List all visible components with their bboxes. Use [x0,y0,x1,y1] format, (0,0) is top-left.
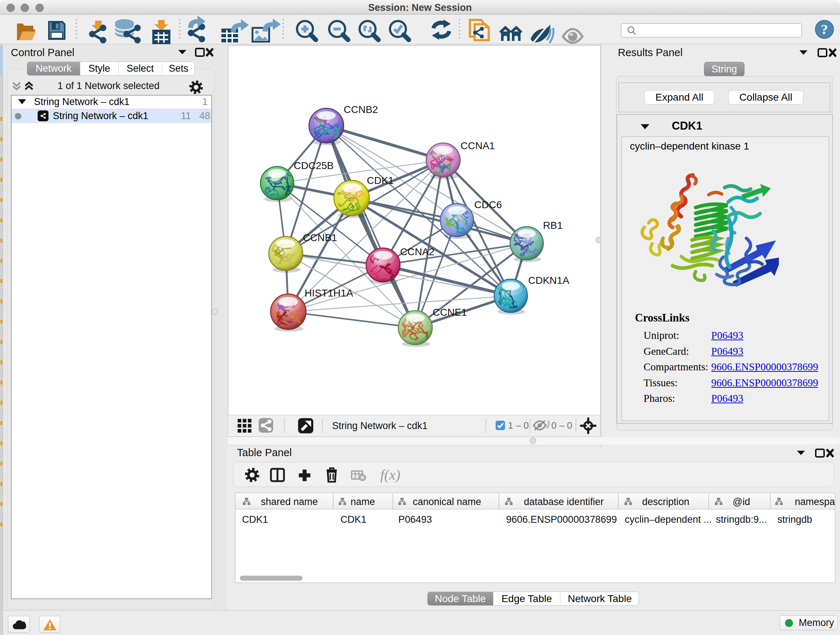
svg-text:database identifier: database identifier [524,496,604,507]
svg-text:String Network – cdk1: String Network – cdk1 [332,420,428,431]
svg-text:RB1: RB1 [543,220,562,231]
svg-text:CCNA2: CCNA2 [400,246,434,257]
svg-text:9606.ENSP00000378699: 9606.ENSP00000378699 [506,514,617,525]
svg-text:1 – 0: 1 – 0 [508,420,529,431]
svg-text:CDK1: CDK1 [340,514,366,525]
svg-text:HIST1H1A: HIST1H1A [305,287,353,299]
svg-text:P06493: P06493 [398,514,432,525]
svg-text:CDK1: CDK1 [242,514,268,525]
svg-text:CCNB2: CCNB2 [344,104,378,115]
svg-text:?: ? [821,22,828,37]
svg-text:CDKN1A: CDKN1A [528,275,569,286]
svg-text:CDC6: CDC6 [474,199,502,211]
svg-text:description: description [642,496,690,507]
svg-text:CCNA1: CCNA1 [461,140,495,151]
svg-text:namespace: namespace [795,496,835,507]
svg-text:f(x): f(x) [380,467,401,483]
svg-text:canonical name: canonical name [413,496,481,507]
svg-text:@id: @id [733,496,750,507]
svg-text:0 – 0: 0 – 0 [551,420,572,431]
svg-text:shared name: shared name [261,496,318,507]
svg-text:CDC25B: CDC25B [294,160,333,171]
svg-text:cyclin–dependent ...: cyclin–dependent ... [625,514,712,525]
svg-text:CCNE1: CCNE1 [433,307,467,318]
svg-text:stringdb: stringdb [777,514,812,525]
svg-text:CCNB1: CCNB1 [303,232,337,243]
svg-text:CDK1: CDK1 [367,175,394,186]
svg-text:name: name [351,496,375,507]
svg-text:stringdb:9...: stringdb:9... [716,514,767,525]
